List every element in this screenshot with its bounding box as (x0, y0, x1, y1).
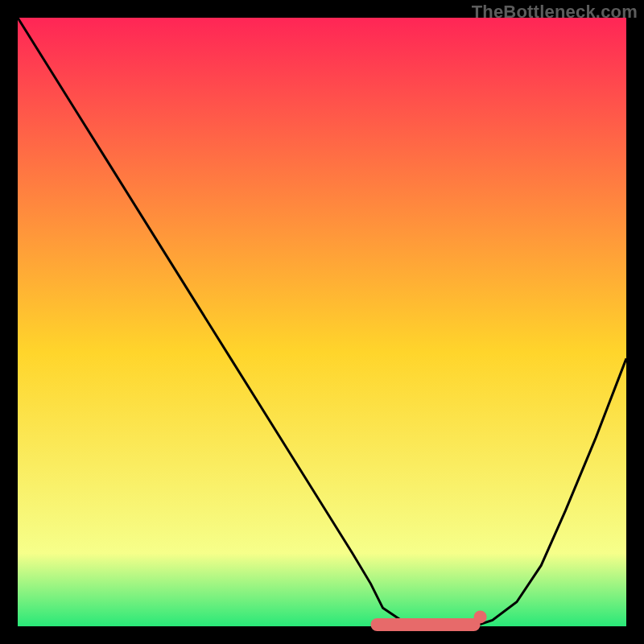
chart-svg (0, 0, 644, 644)
min-band-marker (371, 618, 481, 631)
watermark-text: TheBottleneck.com (472, 2, 638, 23)
chart-stage: TheBottleneck.com (0, 0, 644, 644)
plot-area (18, 18, 626, 626)
selected-point (474, 610, 487, 623)
